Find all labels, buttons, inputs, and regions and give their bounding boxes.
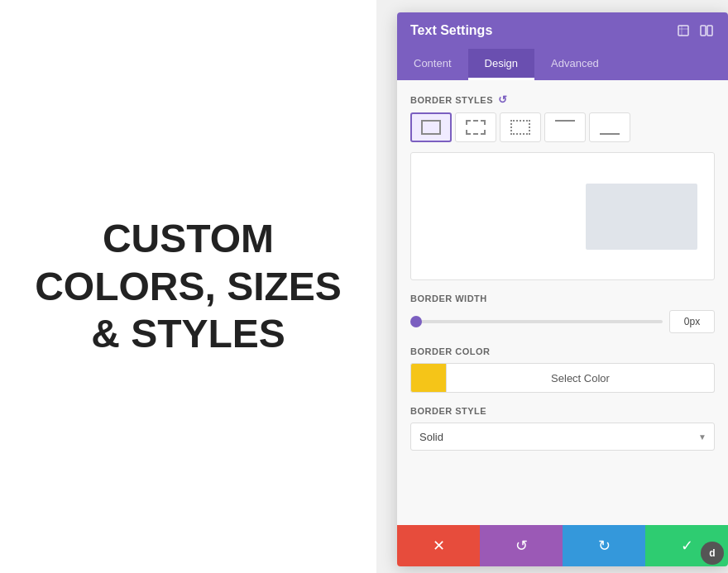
tab-advanced[interactable]: Advanced [534,49,615,80]
undo-button[interactable]: ↺ [480,525,563,566]
header-icons [675,22,715,39]
color-swatch[interactable] [410,363,447,393]
border-styles-section: Border Styles ↺ [410,93,715,106]
settings-panel: Text Settings Content Design Advanced [397,12,728,566]
border-width-label: Border Width [410,294,715,303]
tab-content[interactable]: Content [397,49,468,80]
slider-row [410,310,715,333]
border-width-input[interactable] [669,310,715,333]
hero-line2: COLORS, SIZES [35,263,342,311]
hero-line3: & STYLES [35,310,342,358]
divi-helper-icon[interactable]: d [701,542,724,565]
svg-rect-1 [701,26,706,36]
border-top-icon [555,120,575,135]
color-row: Select Color [410,363,715,393]
svg-rect-0 [678,26,688,36]
left-panel: CUSTOM COLORS, SIZES & STYLES [0,0,376,573]
border-style-select[interactable]: Solid Dashed Dotted Double Groove Ridge … [410,423,715,451]
bottom-bar: ✕ ↺ ↻ ✓ [397,525,728,566]
border-bottom-icon [600,120,620,135]
border-style-bottom[interactable] [589,112,630,142]
border-style-select-wrap: Solid Dashed Dotted Double Groove Ridge … [410,423,715,451]
hero-text: CUSTOM COLORS, SIZES & STYLES [35,215,342,358]
border-color-label: Border Color [410,346,715,356]
border-style-full[interactable] [410,112,452,142]
reset-icon[interactable]: ↺ [498,93,508,106]
hero-line1: CUSTOM [35,215,342,263]
border-style-label: Border Style [410,406,715,416]
cancel-button[interactable]: ✕ [397,525,480,566]
panel-header: Text Settings [397,12,728,49]
border-full-icon [421,120,441,135]
select-color-button[interactable]: Select Color [447,363,715,393]
slider-track[interactable] [410,320,663,323]
border-style-dot[interactable] [500,112,541,142]
tabs-row: Content Design Advanced [397,49,728,80]
tab-design[interactable]: Design [468,49,534,80]
columns-icon[interactable] [698,22,715,39]
slider-thumb[interactable] [410,316,422,327]
border-styles-row [410,112,715,142]
border-styles-label: Border Styles [410,95,493,105]
svg-rect-2 [707,26,712,36]
border-dot-icon [510,120,530,135]
panel-body: Border Styles ↺ Border Width [397,80,728,525]
preview-box [586,184,697,250]
expand-icon[interactable] [675,22,692,39]
panel-title: Text Settings [410,23,492,38]
border-style-dash[interactable] [455,112,496,142]
preview-container [410,152,715,280]
border-dash-icon [466,120,486,135]
border-style-top[interactable] [544,112,586,142]
redo-button[interactable]: ↻ [563,525,645,566]
